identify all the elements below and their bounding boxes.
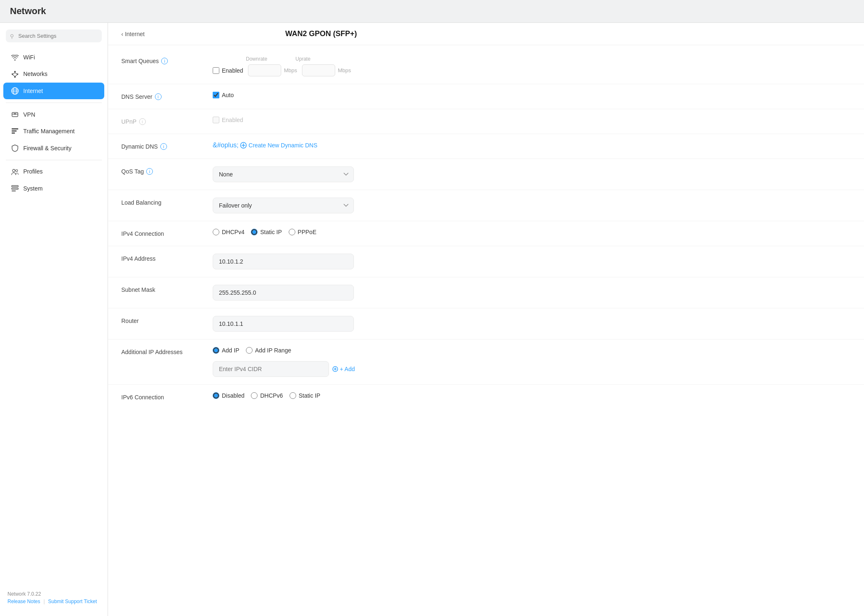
sidebar: ⚲ WiFi [0, 23, 108, 616]
ipv4-radio-group: DHCPv4 Static IP PPPoE [213, 229, 317, 235]
search-input[interactable] [6, 29, 102, 42]
qos-info-icon[interactable]: i [146, 168, 153, 175]
sidebar-item-wifi-label: WiFi [23, 54, 35, 61]
add-ip-range-radio[interactable] [246, 347, 253, 354]
svg-point-19 [12, 169, 15, 172]
sidebar-item-system-label: System [23, 185, 43, 192]
sidebar-item-wifi[interactable]: WiFi [3, 49, 104, 65]
qos-tag-row: QoS Tag i None CS1 CS2 CS3 [108, 159, 864, 190]
ipv6-connection-row: IPv6 Connection Disabled DHCPv6 [108, 385, 864, 410]
ipv6-disabled-option[interactable]: Disabled [213, 392, 244, 399]
sidebar-item-vpn[interactable]: VPN [3, 106, 104, 122]
qos-tag-control: None CS1 CS2 CS3 [213, 166, 851, 182]
uprate-input[interactable] [302, 64, 335, 76]
qos-tag-label: QoS Tag i [121, 166, 213, 175]
sidebar-item-system[interactable]: System [3, 180, 104, 196]
plus-circle-svg [240, 142, 247, 149]
sidebar-item-networks-label: Networks [23, 71, 47, 77]
add-cidr-button[interactable]: + Add [332, 366, 355, 372]
ipv6-connection-label: IPv6 Connection [121, 392, 213, 401]
add-ip-option[interactable]: Add IP [213, 347, 239, 354]
upnp-label: UPnP i [121, 117, 213, 125]
ipv4-staticip-option[interactable]: Static IP [251, 229, 282, 235]
sidebar-item-profiles[interactable]: Profiles [3, 164, 104, 180]
add-ip-range-label: Add IP Range [255, 347, 291, 354]
svg-point-20 [16, 170, 18, 172]
plus-circle-icon: &#oplus; [213, 142, 238, 149]
smart-queues-checkbox[interactable] [213, 67, 219, 74]
link-separator: | [44, 599, 45, 604]
smart-queues-inputs: Enabled Mbps Mbps [213, 64, 351, 76]
sidebar-footer: Network 7.0.22 Release Notes | Submit Su… [0, 586, 108, 609]
subnet-mask-label: Subnet Mask [121, 285, 213, 293]
support-ticket-link[interactable]: Submit Support Ticket [48, 599, 97, 604]
sidebar-item-profiles-label: Profiles [23, 168, 43, 175]
sidebar-item-internet[interactable]: Internet [3, 83, 104, 99]
subnet-mask-control [213, 285, 851, 301]
router-input[interactable] [213, 316, 354, 332]
sidebar-item-firewall[interactable]: Firewall & Security [3, 139, 104, 156]
subnet-mask-input[interactable] [213, 285, 354, 301]
add-cidr-label: + Add [340, 366, 355, 372]
downrate-sublabel: Downrate [246, 56, 267, 62]
uprate-mbps-label: Mbps [338, 67, 351, 73]
downrate-input[interactable] [248, 64, 281, 76]
release-notes-link[interactable]: Release Notes [7, 599, 40, 604]
qos-tag-select[interactable]: None CS1 CS2 CS3 [213, 166, 354, 182]
ipv6-disabled-label: Disabled [222, 392, 244, 399]
wifi-icon [11, 54, 19, 61]
sidebar-item-networks[interactable]: Networks [3, 66, 104, 82]
sidebar-divider-1 [6, 103, 102, 103]
uprate-sublabel: Uprate [295, 56, 310, 62]
ipv6-disabled-radio[interactable] [213, 392, 219, 399]
dynamic-dns-control: &#oplus; Create New Dynamic DNS [213, 142, 851, 149]
sidebar-item-traffic[interactable]: Traffic Management [3, 123, 104, 139]
svg-rect-16 [12, 128, 18, 130]
ipv4-pppoe-label: PPPoE [298, 229, 317, 235]
create-dns-label: Create New Dynamic DNS [248, 142, 317, 149]
sidebar-item-firewall-label: Firewall & Security [23, 145, 71, 152]
load-balancing-select[interactable]: Failover only Load Balance Disabled [213, 198, 354, 213]
router-control [213, 316, 851, 332]
ipv4-address-control [213, 254, 851, 269]
svg-point-9 [12, 88, 18, 94]
ipv4-cidr-input[interactable] [213, 361, 329, 377]
router-label: Router [121, 316, 213, 324]
page-title: WAN2 GPON (SFP+) [145, 29, 498, 38]
ipv6-radio-group: Disabled DHCPv6 Static IP [213, 392, 320, 399]
ipv4-pppoe-radio[interactable] [289, 229, 295, 235]
add-ip-range-option[interactable]: Add IP Range [246, 347, 291, 354]
smart-queues-enabled-label: Enabled [222, 67, 243, 74]
dns-auto-checkbox[interactable] [213, 92, 219, 98]
dynamic-dns-info-icon[interactable]: i [160, 143, 167, 150]
uprate-input-wrap: Mbps [302, 64, 351, 76]
smart-queues-label: Smart Queues i [121, 56, 213, 64]
dns-info-icon[interactable]: i [155, 93, 162, 100]
back-link[interactable]: ‹ Internet [121, 31, 145, 37]
svg-line-8 [15, 73, 17, 74]
svg-rect-23 [12, 191, 16, 191]
ipv4-pppoe-option[interactable]: PPPoE [289, 229, 317, 235]
footer-links: Release Notes | Submit Support Ticket [7, 599, 100, 604]
form-area: Smart Queues i Downrate Uprate Enabled [108, 45, 864, 413]
add-ip-label: Add IP [222, 347, 239, 354]
upnp-enabled-label: Enabled [222, 117, 243, 123]
ipv6-staticip-option[interactable]: Static IP [290, 392, 320, 399]
smart-queues-info-icon[interactable]: i [161, 58, 168, 64]
svg-rect-15 [14, 113, 16, 115]
dynamic-dns-label: Dynamic DNS i [121, 142, 213, 150]
ipv6-dhcpv6-radio[interactable] [251, 392, 258, 399]
ipv4-staticip-radio[interactable] [251, 229, 258, 235]
ipv4-address-input[interactable] [213, 254, 354, 269]
load-balancing-control: Failover only Load Balance Disabled [213, 198, 851, 213]
create-dns-link[interactable]: &#oplus; Create New Dynamic DNS [213, 142, 317, 149]
search-icon: ⚲ [10, 33, 14, 39]
ipv6-staticip-radio[interactable] [290, 392, 296, 399]
back-chevron-icon: ‹ [121, 31, 123, 37]
ipv4-dhcpv4-option[interactable]: DHCPv4 [213, 229, 244, 235]
sidebar-nav: WiFi Networks [0, 49, 108, 586]
ipv4-dhcpv4-radio[interactable] [213, 229, 219, 235]
add-ip-radio[interactable] [213, 347, 219, 354]
ipv6-dhcpv6-option[interactable]: DHCPv6 [251, 392, 282, 399]
svg-rect-17 [12, 130, 17, 132]
